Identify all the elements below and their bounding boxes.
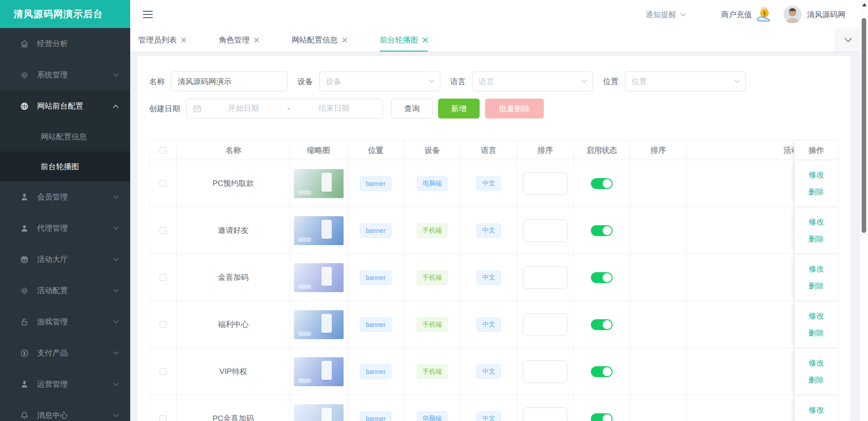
chevron-down-icon (113, 227, 118, 230)
row-name: 金喜加码 (218, 272, 249, 283)
batch-delete-button[interactable]: 批量删除 (485, 99, 544, 118)
end-date-input[interactable] (292, 104, 376, 113)
row-name: PC预约取款 (212, 178, 254, 189)
tabs-collapse-button[interactable] (836, 29, 860, 52)
thumbnail-image[interactable] (294, 310, 344, 339)
enabled-toggle[interactable] (591, 366, 613, 377)
edit-link[interactable]: 修改 (809, 311, 824, 321)
sidebar: 清风源码网演示后台 经营分析 系统管理 网站前台配置 网站配置信息 前台轮播图 … (0, 0, 130, 421)
device-filter-select[interactable]: 设备 (319, 71, 440, 91)
device-tag: 电脑端 (417, 412, 448, 421)
chevron-down-icon (429, 80, 434, 83)
position-filter-select[interactable]: 位置 (625, 71, 746, 91)
enabled-toggle[interactable] (591, 319, 613, 330)
language-filter-select[interactable]: 语言 (472, 71, 593, 91)
sidebar-item[interactable]: 运营管理 (0, 369, 130, 400)
sort-input[interactable] (523, 360, 567, 383)
delete-link[interactable]: 删除 (809, 281, 824, 291)
position-tag: banner (360, 412, 392, 421)
tab[interactable]: 网站配置信息 (292, 29, 347, 52)
merchant-recharge-button[interactable]: 商户充值 $ (721, 5, 774, 24)
sidebar-item[interactable]: 代理管理 (0, 213, 130, 244)
sort-input[interactable] (523, 219, 567, 242)
agent-icon (20, 380, 29, 389)
sidebar-item[interactable]: 消息中心 (0, 400, 130, 421)
column-header (150, 141, 177, 160)
user-avatar[interactable] (783, 5, 802, 24)
row-checkbox[interactable] (160, 368, 166, 375)
enabled-toggle[interactable] (591, 272, 613, 283)
delete-link[interactable]: 删除 (809, 234, 824, 244)
edit-link[interactable]: 修改 (809, 264, 824, 274)
column-header: 设备 (404, 141, 461, 160)
thumbnail-image[interactable] (294, 216, 344, 245)
sort-input[interactable] (523, 266, 567, 289)
svg-text:$: $ (763, 10, 766, 17)
sidebar-item[interactable]: 会员管理 (0, 181, 130, 213)
sidebar-subitem[interactable]: 网站配置信息 (0, 122, 130, 151)
name-filter-input[interactable] (171, 71, 288, 91)
tab[interactable]: 角色管理 (219, 29, 259, 52)
position-tag: banner (360, 176, 392, 191)
thumbnail-image[interactable] (294, 404, 344, 421)
row-checkbox[interactable] (160, 180, 166, 187)
sort-input[interactable] (523, 172, 567, 195)
row-checkbox[interactable] (160, 415, 166, 421)
start-date-input[interactable] (201, 104, 286, 113)
sidebar-item[interactable]: 游戏管理 (0, 306, 130, 337)
sidebar-item[interactable]: 活动大厅 (0, 244, 130, 275)
edit-link[interactable]: 修改 (809, 217, 824, 227)
sort-input[interactable] (523, 407, 567, 421)
language-select-placeholder: 语言 (479, 76, 494, 87)
enabled-toggle[interactable] (591, 225, 613, 236)
table-row: 福利中心 banner 手机端 中文 修改 删除 (150, 301, 839, 348)
delete-link[interactable]: 删除 (809, 375, 824, 385)
edit-link[interactable]: 修改 (809, 170, 824, 180)
date-range-picker[interactable]: - (186, 99, 383, 118)
enabled-toggle[interactable] (591, 413, 613, 421)
close-icon[interactable] (423, 38, 428, 43)
table-row: 邀请好友 banner 手机端 中文 修改 删除 (150, 207, 839, 254)
row-checkbox[interactable] (160, 227, 166, 234)
tab[interactable]: 管理员列表 (138, 29, 186, 52)
sidebar-item[interactable]: 支付产品 (0, 337, 130, 369)
search-button[interactable]: 查询 (391, 99, 433, 118)
delete-link[interactable]: 删除 (809, 328, 824, 338)
enabled-toggle[interactable] (591, 178, 613, 189)
edit-link[interactable]: 修改 (809, 405, 824, 415)
sort-input[interactable] (523, 313, 567, 336)
table-header-row: 名称缩略图位置设备语言排序启用状态排序活动操作 (150, 141, 839, 160)
close-icon[interactable] (254, 38, 259, 43)
close-icon[interactable] (181, 38, 186, 43)
edit-link[interactable]: 修改 (809, 358, 824, 368)
sidebar-item[interactable]: 网站前台配置 (0, 90, 130, 122)
delete-link[interactable]: 删除 (809, 187, 824, 197)
row-checkbox[interactable] (160, 321, 166, 328)
select-all-checkbox[interactable] (160, 147, 166, 154)
row-name: PC金喜加码 (212, 413, 254, 421)
thumbnail-image[interactable] (294, 263, 344, 292)
chevron-down-icon (113, 73, 118, 77)
sidebar-item[interactable]: 经营分析 (0, 28, 130, 59)
add-button[interactable]: 新增 (438, 99, 480, 118)
menu-fold-icon[interactable] (143, 10, 153, 19)
row-checkbox[interactable] (160, 274, 166, 281)
close-icon[interactable] (342, 38, 347, 43)
thumbnail-image[interactable] (294, 357, 344, 386)
carousel-table: 名称缩略图位置设备语言排序启用状态排序活动操作 PC预约取款 banner 电脑… (149, 140, 839, 421)
sidebar-item[interactable]: 系统管理 (0, 59, 130, 90)
home-icon (20, 39, 29, 48)
sidebar-item[interactable]: 活动配置 (0, 275, 130, 306)
thumbnail-image[interactable] (294, 169, 344, 198)
username-label[interactable]: 清风源码网 (807, 9, 845, 20)
table-body: PC预约取款 banner 电脑端 中文 修改 删除 邀请好友 banner 手… (150, 160, 839, 421)
bell-icon (20, 411, 29, 420)
page-scrollbar[interactable] (860, 0, 868, 421)
device-tag: 电脑端 (417, 176, 448, 191)
notify-dropdown[interactable]: 通知提醒 (646, 9, 686, 20)
scrollbar-thumb[interactable] (862, 18, 866, 233)
scroll-up-arrow[interactable] (862, 3, 867, 6)
sidebar-subitem[interactable]: 前台轮播图 (0, 151, 130, 181)
table-row: PC预约取款 banner 电脑端 中文 修改 删除 (150, 160, 839, 207)
tab[interactable]: 前台轮播图 (380, 29, 428, 52)
